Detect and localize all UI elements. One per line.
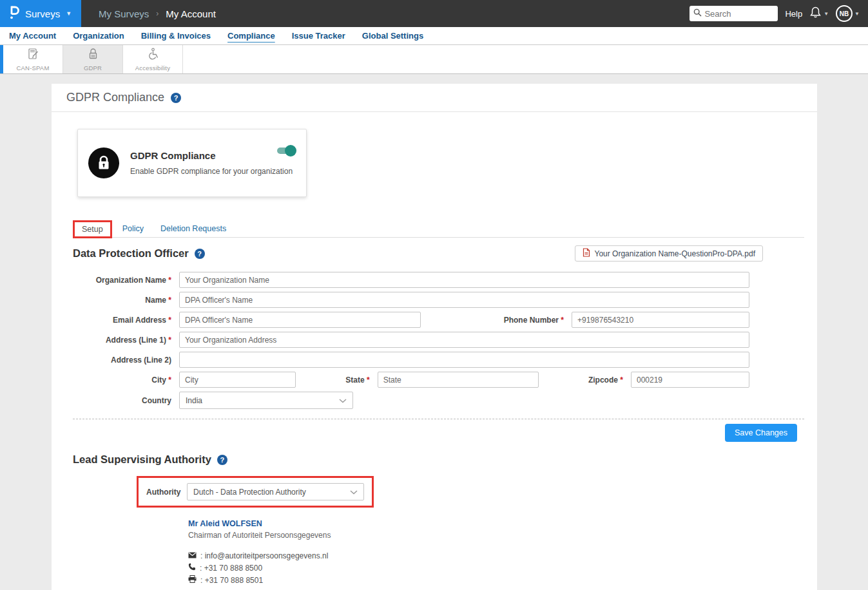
required-marker: * xyxy=(168,276,171,285)
help-icon[interactable]: ? xyxy=(171,93,181,103)
questionpro-logo-icon xyxy=(8,5,19,22)
city-field[interactable] xyxy=(179,372,296,388)
dpo-save-changes-button[interactable]: Save Changes xyxy=(725,424,797,442)
breadcrumb-my-surveys[interactable]: My Surveys xyxy=(99,8,149,19)
name-label: Name * xyxy=(73,296,179,305)
zipcode-field[interactable] xyxy=(631,372,749,388)
address-line1-label: Address (Line 1) * xyxy=(73,336,179,345)
phone-icon xyxy=(188,563,196,573)
authority-annotation-box: Authority Dutch - Data Protection Author… xyxy=(137,476,374,508)
section-divider xyxy=(73,419,804,419)
authority-contact-lines: : info@autoriteitpersoonsgegevens.nl : +… xyxy=(188,551,817,585)
search-box xyxy=(690,6,778,21)
gdpr-toggle-subtitle: Enable GDPR compliance for your organiza… xyxy=(130,167,293,176)
subnav-tab-label: GDPR xyxy=(84,64,102,71)
tab-setup[interactable]: Setup xyxy=(73,220,112,238)
nav-global-settings[interactable]: Global Settings xyxy=(354,31,432,41)
required-marker: * xyxy=(168,316,171,325)
account-menu-button[interactable]: NB ▼ xyxy=(836,5,860,22)
state-field[interactable] xyxy=(378,372,539,388)
phone-number-field[interactable] xyxy=(572,312,749,328)
authority-select-value: Dutch - Data Protection Authority xyxy=(193,488,306,497)
dpa-pdf-label: Your Organization Name-QuestionPro-DPA.p… xyxy=(595,249,755,258)
address-line2-label: Address (Line 2) xyxy=(73,356,179,365)
zipcode-label: Zipcode * xyxy=(588,376,631,385)
nav-compliance[interactable]: Compliance xyxy=(219,31,284,41)
lock-icon xyxy=(88,148,119,178)
address-line1-field[interactable] xyxy=(179,332,749,348)
help-icon[interactable]: ? xyxy=(195,249,205,259)
search-icon xyxy=(693,8,702,19)
toggle-knob xyxy=(285,145,296,157)
nav-organization[interactable]: Organization xyxy=(64,31,132,41)
gdpr-toggle-title: GDPR Compliance xyxy=(130,150,293,161)
gdpr-toggle-switch[interactable] xyxy=(277,148,295,154)
help-link[interactable]: Help xyxy=(785,9,802,19)
avatar: NB xyxy=(836,5,853,22)
subnav-tab-label: Accessibility xyxy=(135,64,170,71)
compliance-subnav: CAN-SPAM GDPR Accessibility xyxy=(0,45,868,74)
form-row: Country India xyxy=(73,392,749,409)
search-input[interactable] xyxy=(704,9,774,19)
subnav-tab-can-spam[interactable]: CAN-SPAM xyxy=(3,45,63,73)
dpo-section-title: Data Protection Officer xyxy=(73,247,189,260)
pdf-file-icon xyxy=(583,248,590,259)
city-label: City * xyxy=(73,376,179,385)
gdpr-compliance-card: GDPR Compliance ? GDPR Compliance Enable… xyxy=(52,84,817,590)
topbar-actions: Help ▼ NB ▼ xyxy=(690,5,868,22)
subnav-tab-label: CAN-SPAM xyxy=(16,64,49,71)
breadcrumb: My Surveys › My Account xyxy=(99,8,216,19)
padlock-icon xyxy=(87,48,99,62)
chevron-down-icon: ▼ xyxy=(854,11,860,17)
organization-name-field[interactable] xyxy=(179,272,749,288)
chevron-down-icon: ▼ xyxy=(66,11,72,17)
country-select-value: India xyxy=(186,396,202,405)
subnav-tab-gdpr[interactable]: GDPR xyxy=(63,45,123,73)
help-icon[interactable]: ? xyxy=(217,455,227,465)
form-row: Name * xyxy=(73,292,749,308)
tab-policy[interactable]: Policy xyxy=(116,220,150,237)
form-row: City * State * Zipcode * xyxy=(73,372,749,388)
nav-billing-invoices[interactable]: Billing & Invoices xyxy=(133,31,219,41)
dpo-section-header: Data Protection Officer ? Your Organizat… xyxy=(73,245,804,262)
notifications-button[interactable]: ▼ xyxy=(809,6,829,21)
required-marker: * xyxy=(561,316,564,325)
dpa-pdf-download-button[interactable]: Your Organization Name-QuestionPro-DPA.p… xyxy=(575,245,763,262)
contact-fax-text: : +31 70 888 8501 xyxy=(200,576,263,585)
required-marker: * xyxy=(367,376,370,385)
nav-issue-tracker[interactable]: Issue Tracker xyxy=(284,31,354,41)
authority-select[interactable]: Dutch - Data Protection Authority xyxy=(187,483,364,500)
accessibility-icon xyxy=(146,48,159,62)
nav-my-account[interactable]: My Account xyxy=(1,31,64,41)
gdpr-toggle-texts: GDPR Compliance Enable GDPR compliance f… xyxy=(130,150,293,176)
country-select[interactable]: India xyxy=(179,392,353,409)
form-row: Organization Name * xyxy=(73,272,749,288)
contact-email-text: : info@autoriteitpersoonsgegevens.nl xyxy=(200,551,328,560)
address-line2-field[interactable] xyxy=(179,352,749,368)
contact-phone-text: : +31 70 888 8500 xyxy=(200,564,262,573)
dpo-save-row: Save Changes xyxy=(52,424,797,442)
email-address-field[interactable] xyxy=(179,312,421,328)
surveys-menu-button[interactable]: Surveys ▼ xyxy=(0,0,81,27)
form-row: Address (Line 1) * xyxy=(73,332,749,348)
authority-contact-block: Mr Aleid WOLFSEN Chairman of Autoriteit … xyxy=(188,519,817,585)
chevron-down-icon: ▼ xyxy=(824,11,829,17)
form-row: Email Address * Phone Number * xyxy=(73,312,749,328)
required-marker: * xyxy=(168,296,171,305)
lsa-section-header: Lead Supervising Authority ? xyxy=(73,453,804,466)
envelope-icon xyxy=(188,551,197,560)
surveys-menu-label: Surveys xyxy=(25,8,60,19)
account-nav: My Account Organization Billing & Invoic… xyxy=(0,27,868,45)
email-address-label: Email Address * xyxy=(73,316,179,325)
form-row: Address (Line 2) xyxy=(73,352,749,368)
contact-fax-line: : +31 70 888 8501 xyxy=(188,575,817,585)
lsa-section-title: Lead Supervising Authority xyxy=(73,453,211,466)
gdpr-toggle-card: GDPR Compliance Enable GDPR compliance f… xyxy=(77,129,307,197)
subnav-tab-accessibility[interactable]: Accessibility xyxy=(123,45,183,73)
dpo-form: Organization Name * Name * Email Address… xyxy=(73,272,749,409)
dpa-officer-name-field[interactable] xyxy=(179,292,749,308)
contact-phone-line: : +31 70 888 8500 xyxy=(188,563,817,573)
tab-deletion-requests[interactable]: Deletion Requests xyxy=(154,220,233,237)
required-marker: * xyxy=(168,336,171,345)
breadcrumb-separator-icon: › xyxy=(156,9,159,18)
